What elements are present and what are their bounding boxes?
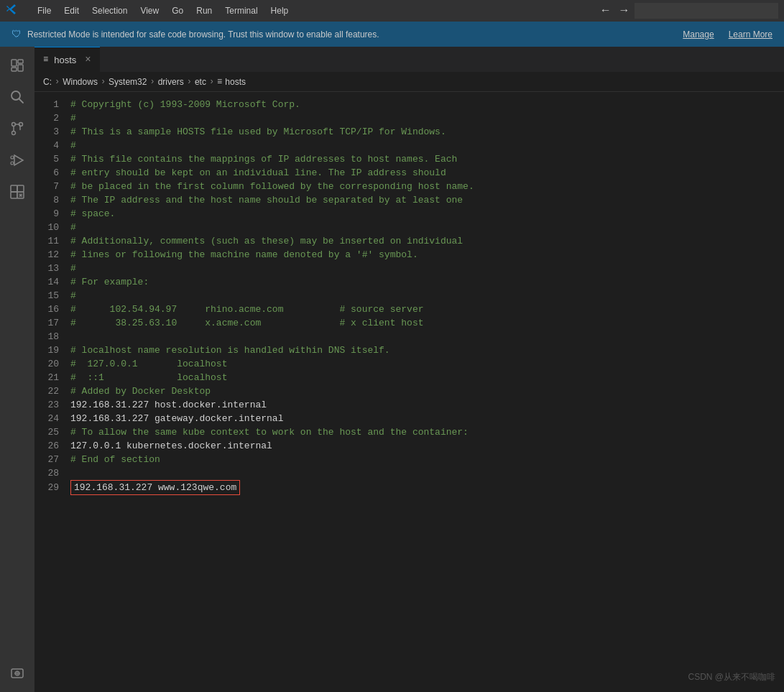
- breadcrumb-c[interactable]: C:: [43, 77, 52, 87]
- code-line: 22# Added by Docker Desktop: [34, 384, 784, 398]
- breadcrumb-system32[interactable]: System32: [109, 77, 147, 87]
- line-number: 19: [34, 343, 70, 357]
- line-content: # For example:: [70, 275, 149, 289]
- line-number: 12: [34, 248, 70, 262]
- line-number: 21: [34, 371, 70, 384]
- titlebar: File Edit Selection View Go Run Terminal…: [0, 0, 784, 22]
- line-number: 5: [34, 152, 70, 166]
- line-content: #: [70, 139, 76, 152]
- menu-selection[interactable]: Selection: [86, 4, 133, 17]
- code-line: 29192.168.31.227 www.123qwe.com: [34, 480, 784, 495]
- line-number: 24: [34, 412, 70, 425]
- tab-hosts[interactable]: ≡ hosts ×: [34, 47, 100, 72]
- line-number: 16: [34, 303, 70, 316]
- extensions-icon[interactable]: [4, 179, 30, 205]
- code-line: 1# Copyright (c) 1993-2009 Microsoft Cor…: [34, 98, 784, 111]
- code-editor[interactable]: 1# Copyright (c) 1993-2009 Microsoft Cor…: [34, 92, 784, 692]
- code-line: 3# This is a sample HOSTS file used by M…: [34, 125, 784, 139]
- explorer-icon[interactable]: [4, 52, 30, 78]
- manage-link[interactable]: Manage: [683, 29, 714, 40]
- code-line: 5# This file contains the mappings of IP…: [34, 152, 784, 166]
- code-line: 21# ::1 localhost: [34, 371, 784, 384]
- svg-rect-14: [11, 185, 17, 192]
- svg-rect-3: [11, 68, 17, 71]
- code-line: 4#: [34, 139, 784, 152]
- line-number: 6: [34, 166, 70, 180]
- line-content: # Copyright (c) 1993-2009 Microsoft Corp…: [70, 98, 300, 111]
- line-number: 10: [34, 221, 70, 234]
- breadcrumb-hosts[interactable]: hosts: [225, 77, 246, 87]
- svg-rect-2: [18, 65, 23, 71]
- menu-edit[interactable]: Edit: [58, 4, 85, 17]
- line-number: 26: [34, 439, 70, 453]
- code-line: 17# 38.25.63.10 x.acme.com # x client ho…: [34, 316, 784, 330]
- svg-rect-13: [17, 185, 24, 192]
- line-content: 127.0.0.1 kubernetes.docker.internal: [70, 439, 272, 453]
- code-line: 28: [34, 466, 784, 480]
- code-line: 16# 102.54.94.97 rhino.acme.com # source…: [34, 303, 784, 316]
- line-number: 7: [34, 180, 70, 193]
- learn-more-link[interactable]: Learn More: [729, 29, 773, 40]
- line-number: 1: [34, 98, 70, 111]
- code-line: 8# The IP address and the host name shou…: [34, 193, 784, 207]
- breadcrumb-windows[interactable]: Windows: [63, 77, 98, 87]
- main-layout: ≡ hosts × C: › Windows › System32 › driv…: [0, 47, 784, 692]
- source-control-icon[interactable]: [4, 116, 30, 142]
- line-number: 9: [34, 207, 70, 221]
- menu-run[interactable]: Run: [190, 4, 218, 17]
- line-content: # The IP address and the host name shoul…: [70, 193, 463, 207]
- search-icon[interactable]: [4, 84, 30, 110]
- line-content: # 127.0.0.1 localhost: [70, 357, 227, 371]
- breadcrumb-drivers[interactable]: drivers: [158, 77, 184, 87]
- line-number: 22: [34, 384, 70, 398]
- code-line: 9# space.: [34, 207, 784, 221]
- tabs-bar: ≡ hosts ×: [34, 47, 784, 72]
- menu-view[interactable]: View: [134, 4, 165, 17]
- highlighted-line: 192.168.31.227 www.123qwe.com: [70, 480, 240, 495]
- line-number: 2: [34, 111, 70, 125]
- menu-help[interactable]: Help: [265, 4, 295, 17]
- code-line: 25# To allow the same kube context to wo…: [34, 425, 784, 439]
- tab-close-button[interactable]: ×: [85, 54, 91, 65]
- line-content: # This file contains the mappings of IP …: [70, 152, 457, 166]
- run-debug-icon[interactable]: [4, 147, 30, 173]
- nav-back-button[interactable]: ←: [598, 3, 614, 19]
- tab-label: hosts: [54, 55, 76, 65]
- line-number: 29: [34, 481, 70, 494]
- code-line: 26127.0.0.1 kubernetes.docker.internal: [34, 439, 784, 453]
- code-line: 15#: [34, 289, 784, 303]
- line-number: 27: [34, 453, 70, 466]
- line-content: #: [70, 289, 76, 303]
- svg-rect-1: [18, 60, 23, 63]
- line-number: 28: [34, 466, 70, 480]
- menu-go[interactable]: Go: [166, 4, 189, 17]
- line-number: 13: [34, 262, 70, 275]
- svg-rect-12: [11, 192, 17, 198]
- remote-explorer-icon[interactable]: [4, 660, 30, 686]
- nav-forward-button[interactable]: →: [616, 3, 632, 19]
- line-number: 4: [34, 139, 70, 152]
- line-number: 25: [34, 425, 70, 439]
- line-content: # ::1 localhost: [70, 371, 227, 384]
- line-content: # space.: [70, 207, 115, 221]
- line-content: # be placed in the first column followed…: [70, 180, 474, 193]
- code-line: 20# 127.0.0.1 localhost: [34, 357, 784, 371]
- line-number: 17: [34, 316, 70, 330]
- svg-point-11: [11, 162, 14, 165]
- line-number: 11: [34, 234, 70, 248]
- breadcrumb-etc[interactable]: etc: [195, 77, 206, 87]
- line-number: 8: [34, 193, 70, 207]
- line-number: 14: [34, 275, 70, 289]
- line-content: #: [70, 221, 76, 234]
- line-content: 192.168.31.227 host.docker.internal: [70, 398, 267, 412]
- menu-file[interactable]: File: [32, 4, 57, 17]
- svg-point-10: [11, 156, 14, 159]
- line-content: # To allow the same kube context to work…: [70, 425, 469, 439]
- line-content: 192.168.31.227 gateway.docker.internal: [70, 412, 283, 425]
- search-input[interactable]: [635, 3, 778, 19]
- line-content: # lines or following the machine name de…: [70, 248, 418, 262]
- line-content: # Additionally, comments (such as these)…: [70, 234, 463, 248]
- code-line: 23192.168.31.227 host.docker.internal: [34, 398, 784, 412]
- menu-terminal[interactable]: Terminal: [219, 4, 263, 17]
- code-line: 19# localhost name resolution is handled…: [34, 343, 784, 357]
